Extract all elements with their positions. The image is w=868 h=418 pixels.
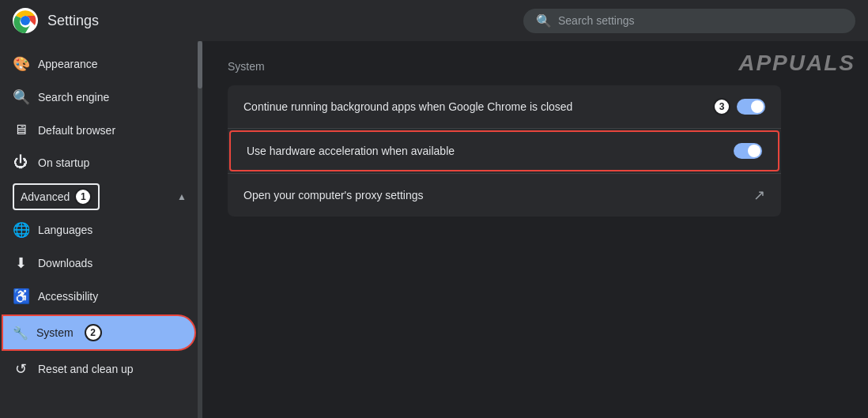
setting-row-hw-acceleration: Use hardware acceleration when available (229, 130, 779, 171)
page-title: Settings (47, 13, 99, 29)
app-header: Settings 🔍 (0, 0, 868, 41)
sidebar-item-system[interactable]: 🔧 System 2 (2, 314, 196, 351)
bg-apps-toggle[interactable] (737, 99, 765, 115)
sidebar-item-reset-clean[interactable]: ↺ Reset and clean up (0, 352, 196, 386)
annotation-2-badge: 2 (85, 324, 102, 341)
sidebar-item-label: Reset and clean up (38, 363, 134, 375)
sidebar-item-appearance[interactable]: 🎨 Appearance (0, 47, 196, 81)
chrome-logo (13, 8, 38, 33)
sidebar-item-search-engine[interactable]: 🔍 Search engine (0, 81, 196, 114)
bg-apps-label: Continue running background apps when Go… (243, 100, 713, 113)
sidebar-item-label: Languages (38, 224, 92, 236)
sidebar: 🎨 Appearance 🔍 Search engine 🖥 Default b… (0, 41, 202, 418)
sidebar-item-label: Search engine (38, 91, 109, 104)
reset-clean-icon: ↺ (13, 360, 28, 378)
sidebar-item-on-startup[interactable]: ⏻ On startup (0, 146, 196, 179)
section-title: System (228, 60, 843, 73)
on-startup-icon: ⏻ (13, 154, 28, 171)
setting-row-proxy: Open your computer's proxy settings ↗ (228, 174, 781, 217)
search-engine-icon: 🔍 (13, 88, 28, 106)
settings-card: Continue running background apps when Go… (228, 85, 781, 217)
content-area: APPUALS System Continue running backgrou… (202, 41, 868, 418)
external-link-icon[interactable]: ↗ (753, 186, 765, 204)
hw-acceleration-toggle[interactable] (734, 143, 762, 159)
svg-point-1 (21, 16, 30, 25)
setting-row-bg-apps: Continue running background apps when Go… (228, 85, 781, 129)
downloads-icon: ⬇ (13, 254, 28, 272)
sidebar-item-languages[interactable]: 🌐 Languages (0, 213, 196, 247)
sidebar-item-accessibility[interactable]: ♿ Accessibility (0, 280, 196, 313)
annotation-3-badge: 3 (713, 98, 730, 115)
sidebar-item-downloads[interactable]: ⬇ Downloads (0, 247, 196, 280)
sidebar-item-default-browser[interactable]: 🖥 Default browser (0, 114, 196, 146)
search-input[interactable] (558, 14, 843, 27)
search-bar[interactable]: 🔍 (523, 9, 855, 33)
advanced-label: Advanced (21, 190, 70, 203)
main-layout: 🎨 Appearance 🔍 Search engine 🖥 Default b… (0, 41, 868, 418)
accessibility-icon: ♿ (13, 288, 28, 305)
appearance-icon: 🎨 (13, 55, 28, 73)
default-browser-icon: 🖥 (13, 122, 28, 138)
hw-acceleration-label: Use hardware acceleration when available (247, 145, 734, 157)
sidebar-item-label: Default browser (38, 124, 115, 137)
annotation-1-badge: 1 (74, 188, 92, 205)
sidebar-item-label: On startup (38, 156, 89, 169)
proxy-label: Open your computer's proxy settings (243, 189, 753, 201)
advanced-section-header[interactable]: Advanced 1 (13, 183, 100, 210)
advanced-chevron-icon: ▲ (177, 191, 187, 202)
sidebar-item-label: System (36, 326, 74, 339)
system-icon: 🔧 (13, 326, 28, 341)
sidebar-item-label: Appearance (38, 58, 98, 70)
search-icon: 🔍 (536, 13, 552, 28)
sidebar-item-label: Accessibility (38, 290, 98, 303)
languages-icon: 🌐 (13, 221, 28, 239)
sidebar-item-label: Downloads (38, 257, 92, 269)
bg-apps-toggle-wrap: 3 (713, 98, 765, 115)
